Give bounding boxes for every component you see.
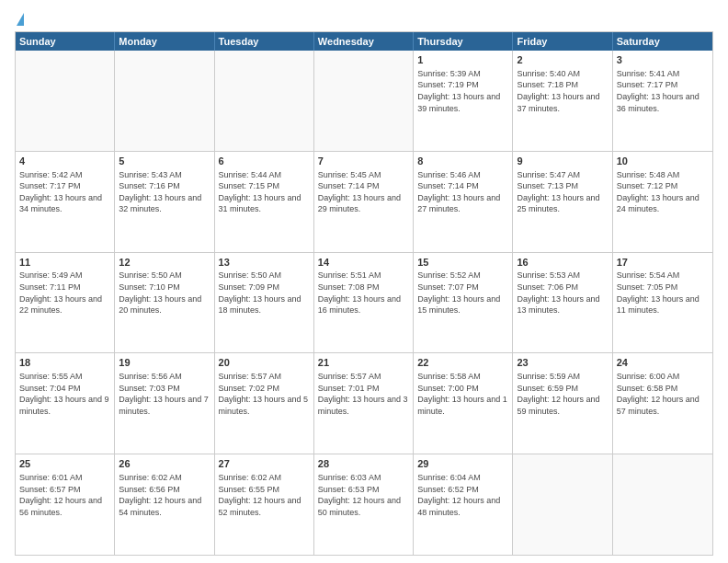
- day-number: 14: [318, 256, 409, 270]
- cal-cell: 12Sunrise: 5:50 AMSunset: 7:10 PMDayligh…: [115, 253, 214, 353]
- cal-cell: 29Sunrise: 6:04 AMSunset: 6:52 PMDayligh…: [414, 454, 513, 555]
- day-number: 21: [318, 356, 409, 370]
- daylight-label: Daylight: 13 hours and 16 minutes.: [318, 294, 401, 316]
- sunset-label: Sunset: 7:05 PM: [617, 282, 678, 292]
- day-number: 16: [517, 256, 608, 270]
- cal-header-cell: Tuesday: [215, 32, 314, 51]
- cal-cell: 26Sunrise: 6:02 AMSunset: 6:56 PMDayligh…: [115, 454, 214, 555]
- daylight-label: Daylight: 13 hours and 1 minute.: [417, 395, 507, 416]
- cal-cell: [16, 51, 115, 151]
- cal-cell: [613, 454, 712, 555]
- cal-cell: 20Sunrise: 5:57 AMSunset: 7:02 PMDayligh…: [215, 353, 314, 454]
- cal-cell: 13Sunrise: 5:50 AMSunset: 7:09 PMDayligh…: [215, 253, 314, 353]
- daylight-label: Daylight: 12 hours and 57 minutes.: [617, 395, 700, 416]
- sunset-label: Sunset: 6:58 PM: [617, 384, 678, 393]
- cal-row: 11Sunrise: 5:49 AMSunset: 7:11 PMDayligh…: [16, 252, 712, 353]
- sunset-label: Sunset: 6:53 PM: [318, 485, 380, 494]
- daylight-label: Daylight: 12 hours and 50 minutes.: [318, 496, 401, 517]
- day-info: Sunrise: 6:00 AMSunset: 6:58 PMDaylight:…: [617, 371, 709, 417]
- sunrise-label: Sunrise: 5:42 AM: [19, 170, 83, 179]
- day-number: 23: [517, 356, 608, 370]
- daylight-label: Daylight: 13 hours and 34 minutes.: [19, 193, 102, 214]
- day-number: 6: [219, 155, 310, 168]
- daylight-label: Daylight: 12 hours and 56 minutes.: [19, 496, 102, 517]
- day-number: 4: [19, 155, 110, 168]
- sunrise-label: Sunrise: 5:52 AM: [417, 270, 481, 280]
- day-number: 10: [617, 155, 709, 168]
- cal-cell: 8Sunrise: 5:46 AMSunset: 7:14 PMDaylight…: [414, 152, 513, 252]
- cal-cell: 6Sunrise: 5:44 AMSunset: 7:15 PMDaylight…: [215, 152, 314, 252]
- logo-triangle-icon: [17, 13, 24, 26]
- calendar-header: SundayMondayTuesdayWednesdayThursdayFrid…: [16, 32, 712, 51]
- sunset-label: Sunset: 7:12 PM: [617, 181, 678, 190]
- cal-row: 25Sunrise: 6:01 AMSunset: 6:57 PMDayligh…: [16, 454, 712, 555]
- day-info: Sunrise: 6:01 AMSunset: 6:57 PMDaylight:…: [19, 472, 110, 518]
- cal-cell: 4Sunrise: 5:42 AMSunset: 7:17 PMDaylight…: [16, 152, 115, 252]
- cal-cell: [115, 51, 214, 151]
- sunset-label: Sunset: 7:17 PM: [617, 80, 678, 89]
- daylight-label: Daylight: 13 hours and 18 minutes.: [219, 294, 301, 316]
- cal-row: 18Sunrise: 5:55 AMSunset: 7:04 PMDayligh…: [16, 352, 712, 454]
- sunset-label: Sunset: 7:02 PM: [219, 384, 280, 393]
- sunset-label: Sunset: 7:10 PM: [119, 282, 180, 292]
- sunrise-label: Sunrise: 5:57 AM: [318, 372, 381, 381]
- sunrise-label: Sunrise: 5:45 AM: [318, 170, 381, 179]
- day-info: Sunrise: 5:52 AMSunset: 7:07 PMDaylight:…: [417, 270, 508, 316]
- sunrise-label: Sunrise: 6:04 AM: [417, 473, 481, 482]
- cal-header-cell: Thursday: [414, 32, 513, 51]
- cal-cell: 14Sunrise: 5:51 AMSunset: 7:08 PMDayligh…: [314, 253, 414, 353]
- day-info: Sunrise: 6:02 AMSunset: 6:55 PMDaylight:…: [219, 472, 310, 518]
- sunrise-label: Sunrise: 5:57 AM: [219, 372, 282, 381]
- daylight-label: Daylight: 13 hours and 3 minutes.: [318, 395, 408, 416]
- daylight-label: Daylight: 13 hours and 36 minutes.: [617, 92, 700, 113]
- cal-header-cell: Monday: [115, 32, 214, 51]
- cal-cell: 28Sunrise: 6:03 AMSunset: 6:53 PMDayligh…: [314, 454, 414, 555]
- page: SundayMondayTuesdayWednesdayThursdayFrid…: [0, 0, 728, 563]
- cal-cell: 23Sunrise: 5:59 AMSunset: 6:59 PMDayligh…: [513, 353, 612, 454]
- daylight-label: Daylight: 13 hours and 27 minutes.: [417, 193, 500, 214]
- cal-cell: 21Sunrise: 5:57 AMSunset: 7:01 PMDayligh…: [314, 353, 414, 454]
- sunrise-label: Sunrise: 6:02 AM: [219, 473, 282, 482]
- day-number: 26: [119, 457, 210, 471]
- day-number: 11: [19, 256, 110, 270]
- sunset-label: Sunset: 7:03 PM: [119, 384, 180, 393]
- sunset-label: Sunset: 7:15 PM: [219, 181, 280, 190]
- day-number: 19: [119, 356, 210, 370]
- cal-cell: 22Sunrise: 5:58 AMSunset: 7:00 PMDayligh…: [414, 353, 513, 454]
- day-number: 25: [19, 457, 110, 471]
- logo: [15, 15, 24, 26]
- cal-cell: 11Sunrise: 5:49 AMSunset: 7:11 PMDayligh…: [16, 253, 115, 353]
- day-number: 2: [517, 53, 608, 67]
- day-number: 15: [417, 256, 508, 270]
- sunrise-label: Sunrise: 5:39 AM: [417, 69, 481, 78]
- day-info: Sunrise: 5:41 AMSunset: 7:17 PMDaylight:…: [617, 68, 709, 114]
- day-info: Sunrise: 5:39 AMSunset: 7:19 PMDaylight:…: [417, 68, 508, 114]
- daylight-label: Daylight: 13 hours and 32 minutes.: [119, 193, 201, 214]
- cal-cell: 24Sunrise: 6:00 AMSunset: 6:58 PMDayligh…: [613, 353, 712, 454]
- cal-cell: 17Sunrise: 5:54 AMSunset: 7:05 PMDayligh…: [613, 253, 712, 353]
- day-info: Sunrise: 6:04 AMSunset: 6:52 PMDaylight:…: [417, 472, 508, 518]
- daylight-label: Daylight: 13 hours and 25 minutes.: [517, 193, 599, 214]
- day-number: 28: [318, 457, 409, 471]
- day-number: 18: [19, 356, 110, 370]
- sunset-label: Sunset: 6:57 PM: [19, 485, 81, 494]
- day-info: Sunrise: 5:51 AMSunset: 7:08 PMDaylight:…: [318, 270, 409, 316]
- cal-cell: 10Sunrise: 5:48 AMSunset: 7:12 PMDayligh…: [613, 152, 712, 252]
- sunset-label: Sunset: 7:19 PM: [417, 80, 479, 89]
- daylight-label: Daylight: 12 hours and 48 minutes.: [417, 496, 500, 517]
- daylight-label: Daylight: 13 hours and 20 minutes.: [119, 294, 201, 316]
- sunrise-label: Sunrise: 6:01 AM: [19, 473, 83, 482]
- daylight-label: Daylight: 13 hours and 39 minutes.: [417, 92, 500, 113]
- sunrise-label: Sunrise: 5:41 AM: [617, 69, 680, 78]
- sunrise-label: Sunrise: 5:43 AM: [119, 170, 182, 179]
- cal-cell: 19Sunrise: 5:56 AMSunset: 7:03 PMDayligh…: [115, 353, 214, 454]
- sunrise-label: Sunrise: 5:58 AM: [417, 372, 481, 381]
- day-info: Sunrise: 5:57 AMSunset: 7:01 PMDaylight:…: [318, 371, 409, 417]
- sunset-label: Sunset: 7:00 PM: [417, 384, 479, 393]
- day-number: 27: [219, 457, 310, 471]
- sunset-label: Sunset: 7:07 PM: [417, 282, 479, 292]
- sunrise-label: Sunrise: 5:46 AM: [417, 170, 481, 179]
- day-number: 24: [617, 356, 709, 370]
- sunset-label: Sunset: 7:14 PM: [417, 181, 479, 190]
- sunrise-label: Sunrise: 5:40 AM: [517, 69, 580, 78]
